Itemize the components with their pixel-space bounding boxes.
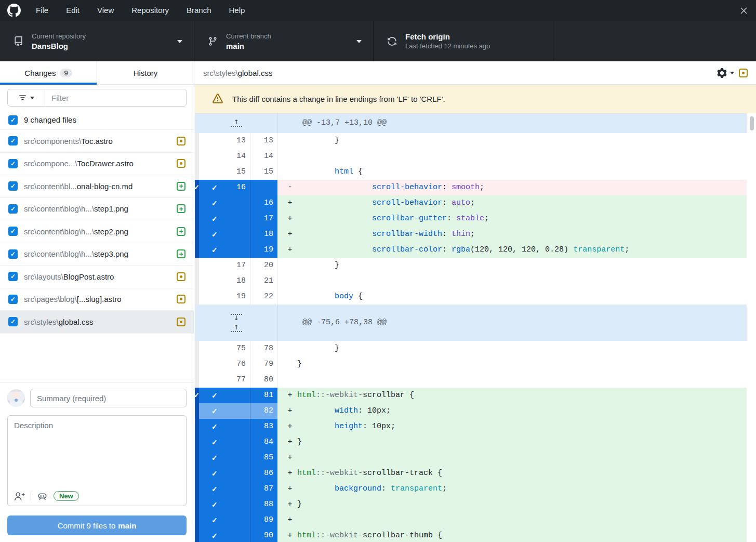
- hunk-select-strip[interactable]: [195, 528, 199, 542]
- hunk-select-strip[interactable]: [195, 227, 199, 242]
- new-line-number[interactable]: 19: [250, 242, 277, 258]
- menu-view[interactable]: View: [88, 0, 123, 21]
- file-checkbox[interactable]: ✓: [8, 317, 18, 326]
- tab-history[interactable]: History: [97, 61, 194, 84]
- filter-options-button[interactable]: [8, 89, 45, 106]
- hunk-select-strip[interactable]: [195, 466, 199, 481]
- hunk-select-strip[interactable]: [195, 481, 199, 497]
- hunk-select-strip[interactable]: [195, 149, 199, 164]
- old-line-number[interactable]: 18: [199, 273, 250, 289]
- filter-input[interactable]: [45, 89, 186, 106]
- commit-summary-input[interactable]: [30, 389, 187, 407]
- tab-changes[interactable]: Changes 9: [0, 61, 97, 84]
- hunk-select-strip[interactable]: [195, 289, 199, 305]
- file-row[interactable]: ✓src\content\bl...onal-blog-cn.md+: [0, 175, 194, 198]
- file-checkbox[interactable]: ✓: [8, 181, 18, 191]
- old-line-number[interactable]: ✓: [199, 497, 250, 512]
- hunk-select-strip[interactable]: [195, 164, 199, 180]
- old-line-number[interactable]: 17: [199, 258, 250, 273]
- old-line-number[interactable]: ✓16: [199, 180, 250, 195]
- new-line-number[interactable]: 82: [250, 403, 277, 419]
- hunk-select-strip[interactable]: ✓: [195, 388, 199, 403]
- old-line-number[interactable]: ✓: [199, 528, 250, 542]
- old-line-number[interactable]: ✓: [199, 403, 250, 419]
- hunk-select-strip[interactable]: [195, 450, 199, 466]
- old-line-number[interactable]: ✓: [199, 195, 250, 211]
- file-row[interactable]: ✓src\components\Toc.astro: [0, 130, 194, 153]
- old-line-number[interactable]: ✓: [199, 388, 250, 403]
- diff-scrollbar-thumb[interactable]: [750, 116, 754, 130]
- hunk-select-strip[interactable]: [195, 341, 199, 356]
- new-line-number[interactable]: 86: [250, 466, 277, 481]
- old-line-number[interactable]: ✓: [199, 512, 250, 528]
- minimize-button[interactable]: [683, 0, 707, 21]
- file-row[interactable]: ✓src\layouts\BlogPost.astro: [0, 266, 194, 288]
- old-line-number[interactable]: 19: [199, 289, 250, 305]
- old-line-number[interactable]: ✓: [199, 481, 250, 497]
- hunk-select-strip[interactable]: ✓: [195, 180, 199, 195]
- new-line-number[interactable]: 15: [250, 164, 277, 180]
- maximize-button[interactable]: [707, 0, 732, 21]
- new-line-number[interactable]: 79: [250, 356, 277, 372]
- old-line-number[interactable]: ✓: [199, 227, 250, 242]
- copilot-icon[interactable]: [37, 492, 48, 501]
- file-row[interactable]: ✓src\content\blog\h...\step2.png+: [0, 220, 194, 243]
- old-line-number[interactable]: 75: [199, 341, 250, 356]
- new-line-number[interactable]: 17: [250, 211, 277, 227]
- file-row[interactable]: ✓src\styles\global.css: [0, 311, 194, 334]
- new-line-number[interactable]: 20: [250, 258, 277, 273]
- new-line-number[interactable]: 22: [250, 289, 277, 305]
- hunk-select-strip[interactable]: [195, 497, 199, 512]
- hunk-select-strip[interactable]: [195, 195, 199, 211]
- new-line-number[interactable]: 83: [250, 419, 277, 434]
- commit-description-input[interactable]: [8, 416, 186, 482]
- new-line-number[interactable]: 88: [250, 497, 277, 512]
- old-line-number[interactable]: 14: [199, 149, 250, 164]
- expand-up-icon[interactable]: ↑: [231, 325, 242, 332]
- expand-down-icon[interactable]: ↓: [231, 314, 242, 321]
- commit-button[interactable]: Commit 9 files to main: [7, 515, 187, 535]
- old-line-number[interactable]: 77: [199, 372, 250, 388]
- file-row[interactable]: ✓src\pages\blog\[...slug].astro: [0, 288, 194, 311]
- new-line-number[interactable]: 90: [250, 528, 277, 542]
- new-line-number[interactable]: 78: [250, 341, 277, 356]
- old-line-number[interactable]: 13: [199, 133, 250, 149]
- old-line-number[interactable]: ✓: [199, 434, 250, 450]
- file-checkbox[interactable]: ✓: [8, 204, 18, 214]
- hunk-select-strip[interactable]: [195, 512, 199, 528]
- old-line-number[interactable]: ✓: [199, 211, 250, 227]
- hunk-select-strip[interactable]: [195, 242, 199, 258]
- expand-up-icon[interactable]: ↑: [231, 120, 242, 127]
- menu-edit[interactable]: Edit: [57, 0, 88, 21]
- hunk-select-strip[interactable]: [195, 273, 199, 289]
- new-line-number[interactable]: 21: [250, 273, 277, 289]
- current-branch-button[interactable]: Current branch main: [194, 21, 374, 61]
- old-line-number[interactable]: ✓: [199, 419, 250, 434]
- old-line-number[interactable]: 15: [199, 164, 250, 180]
- new-line-number[interactable]: 89: [250, 512, 277, 528]
- select-all-checkbox[interactable]: ✓: [8, 115, 18, 125]
- file-checkbox[interactable]: ✓: [8, 249, 18, 259]
- new-line-number[interactable]: 16: [250, 195, 277, 211]
- menu-file[interactable]: File: [27, 0, 57, 21]
- menu-branch[interactable]: Branch: [178, 0, 220, 21]
- new-line-number[interactable]: 13: [250, 133, 277, 149]
- file-checkbox[interactable]: ✓: [8, 295, 18, 304]
- file-checkbox[interactable]: ✓: [8, 272, 18, 281]
- diff-options-button[interactable]: [717, 68, 734, 78]
- new-line-number[interactable]: 18: [250, 227, 277, 242]
- hunk-select-strip[interactable]: [195, 434, 199, 450]
- file-row[interactable]: ✓src\compone...\TocDrawer.astro: [0, 153, 194, 176]
- old-line-number[interactable]: 76: [199, 356, 250, 372]
- menu-help[interactable]: Help: [220, 0, 254, 21]
- file-row[interactable]: ✓src\content\blog\h...\step1.png+: [0, 198, 194, 221]
- menu-repository[interactable]: Repository: [123, 0, 178, 21]
- old-line-number[interactable]: ✓: [199, 466, 250, 481]
- hunk-select-strip[interactable]: [195, 356, 199, 372]
- file-row[interactable]: ✓src\content\blog\h...\step3.png+: [0, 243, 194, 266]
- file-checkbox[interactable]: ✓: [8, 159, 18, 168]
- fetch-origin-button[interactable]: Fetch origin Last fetched 12 minutes ago: [374, 21, 553, 61]
- hunk-select-strip[interactable]: [195, 403, 199, 419]
- old-line-number[interactable]: ✓: [199, 242, 250, 258]
- add-coauthor-icon[interactable]: [14, 492, 25, 501]
